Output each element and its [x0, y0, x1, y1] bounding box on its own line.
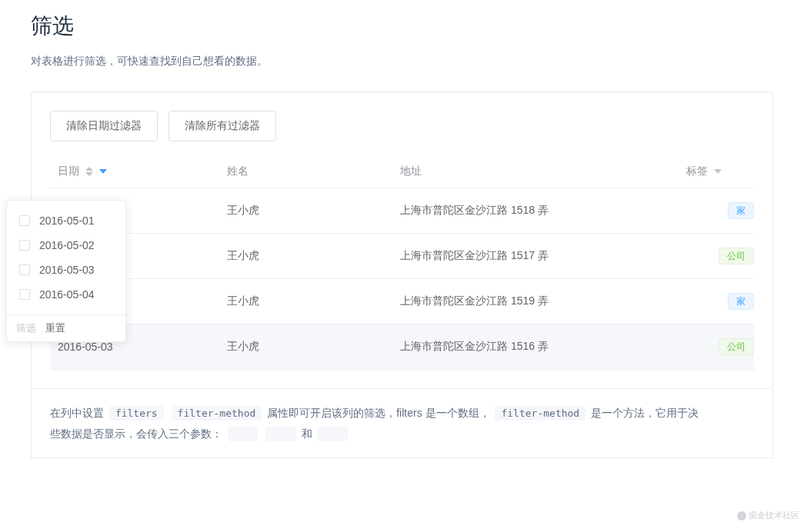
clear-date-filter-button[interactable]: 清除日期过滤器 [50, 111, 158, 141]
page-subtitle: 对表格进行筛选，可快速查找到自己想看的数据。 [31, 55, 773, 68]
watermark-logo-icon [737, 511, 746, 520]
filter-arrow-icon[interactable] [99, 169, 107, 174]
tag-badge: 家 [728, 293, 754, 310]
cell-tag: 公司 [679, 234, 754, 279]
cell-name: 王小虎 [219, 234, 392, 279]
code-tag [265, 427, 295, 441]
cell-tag: 家 [679, 279, 754, 324]
filter-option[interactable]: 2016-05-04 [7, 282, 125, 307]
header-tag[interactable]: 标签 [679, 155, 754, 188]
filter-option-label: 2016-05-03 [39, 264, 95, 276]
code-tag: filter-method [172, 406, 262, 421]
cell-name: 王小虎 [219, 188, 392, 234]
doc-text: 在列中设置 [50, 407, 104, 419]
header-tag-label: 标签 [686, 165, 708, 177]
filter-option-label: 2016-05-04 [39, 288, 95, 301]
tag-badge: 公司 [719, 338, 754, 355]
filter-option[interactable]: 2016-05-03 [7, 258, 125, 282]
table-body: 2016-05-02 王小虎 上海市普陀区金沙江路 1518 弄 家 2016-… [50, 188, 754, 370]
doc-text: 和 [302, 427, 312, 440]
checkbox-icon[interactable] [19, 215, 30, 226]
button-row: 清除日期过滤器 清除所有过滤器 [50, 111, 754, 141]
cell-tag: 家 [679, 188, 754, 234]
sort-icon[interactable] [85, 167, 93, 176]
doc-text: 属性即可开启该列的筛选，filters 是一个数组， [267, 407, 489, 419]
filter-option-label: 2016-05-02 [39, 239, 95, 251]
header-date-label: 日期 [58, 165, 79, 177]
filter-option[interactable]: 2016-05-02 [7, 233, 125, 258]
checkbox-icon[interactable] [19, 289, 30, 300]
checkbox-icon[interactable] [19, 240, 30, 251]
cell-name: 王小虎 [219, 279, 392, 324]
demo-block: 清除日期过滤器 清除所有过滤器 日期 姓名 地址 标签 [31, 91, 773, 389]
doc-text: 些数据是否显示，会传入三个参数： [50, 427, 222, 440]
filter-option[interactable]: 2016-05-01 [7, 208, 125, 233]
clear-all-filter-button[interactable]: 清除所有过滤器 [168, 111, 276, 141]
code-tag [318, 427, 348, 441]
header-date[interactable]: 日期 [50, 155, 219, 188]
watermark-text: 掘金技术社区 [749, 510, 799, 521]
checkbox-icon[interactable] [19, 264, 30, 275]
cell-address: 上海市普陀区金沙江路 1517 弄 [392, 234, 679, 279]
filter-apply-button[interactable]: 筛选 [16, 321, 36, 335]
code-tag: filter-method [495, 406, 585, 421]
filter-arrow-icon[interactable] [714, 169, 722, 174]
doc-text: 是一个方法，它用于决 [591, 407, 699, 419]
filter-option-list: 2016-05-01 2016-05-02 2016-05-03 2016-05… [7, 201, 125, 314]
documentation-block: 在列中设置 filters filter-method 属性即可开启该列的筛选，… [31, 389, 773, 458]
table-row[interactable]: 2016-05-01 王小虎 上海市普陀区金沙江路 1519 弄 家 [50, 279, 754, 324]
cell-name: 王小虎 [219, 324, 392, 370]
cell-address: 上海市普陀区金沙江路 1516 弄 [392, 324, 679, 370]
header-name: 姓名 [219, 155, 392, 188]
code-tag [228, 427, 258, 441]
table-row[interactable]: 2016-05-03 王小虎 上海市普陀区金沙江路 1516 弄 公司 [50, 324, 754, 370]
table-row[interactable]: 2016-05-04 王小虎 上海市普陀区金沙江路 1517 弄 公司 [50, 234, 754, 279]
watermark: 掘金技术社区 [737, 510, 799, 521]
page-title: 筛选 [31, 12, 773, 41]
tag-badge: 公司 [719, 248, 754, 264]
filter-reset-button[interactable]: 重置 [45, 321, 65, 335]
cell-address: 上海市普陀区金沙江路 1519 弄 [392, 279, 679, 324]
cell-address: 上海市普陀区金沙江路 1518 弄 [392, 188, 679, 234]
cell-tag: 公司 [679, 324, 754, 370]
table-row[interactable]: 2016-05-02 王小虎 上海市普陀区金沙江路 1518 弄 家 [50, 188, 754, 234]
code-tag: filters [109, 406, 164, 421]
tag-badge: 家 [728, 202, 754, 219]
filter-dropdown[interactable]: 2016-05-01 2016-05-02 2016-05-03 2016-05… [6, 200, 126, 342]
data-table: 日期 姓名 地址 标签 2016-05-02 王小虎 上海市普陀区金 [50, 155, 754, 370]
header-address: 地址 [392, 155, 679, 188]
filter-footer: 筛选 重置 [7, 314, 125, 341]
filter-option-label: 2016-05-01 [39, 214, 95, 227]
